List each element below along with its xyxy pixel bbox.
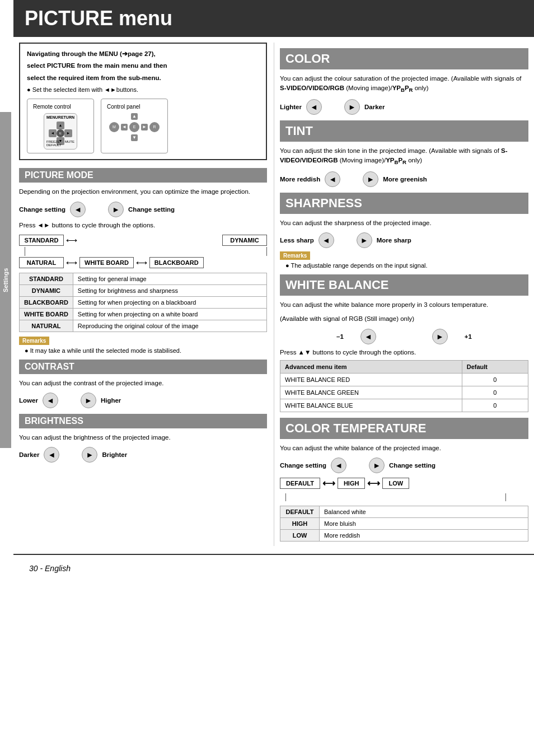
brightness-darker-btn[interactable]: ◄: [44, 447, 59, 463]
sharpness-more-btn[interactable]: ►: [357, 232, 372, 248]
table-row: STANDARD Setting for general image: [20, 273, 267, 284]
sharpness-less-btn[interactable]: ◄: [318, 232, 334, 248]
tint-arrow-row: More reddish ◄ ► More greenish: [280, 171, 528, 187]
color-temp-change-right: Change setting: [389, 462, 435, 469]
page-number: 30 - English: [20, 559, 79, 577]
wb-red-default: 0: [462, 373, 528, 386]
contrast-desc: You can adjust the contrast of the proje…: [19, 379, 267, 388]
color-temp-change-left: Change setting: [280, 462, 326, 469]
temp-row-default: DEFAULT Balanced white: [280, 506, 528, 517]
brightness-header: BRIGHTNESS: [19, 414, 267, 428]
temp-high-desc: More bluish: [320, 517, 528, 529]
color-temp-right-btn[interactable]: ►: [369, 458, 385, 473]
wb-blue-item: WHITE BALANCE BLUE: [280, 399, 462, 412]
brightness-brighter-btn[interactable]: ►: [82, 447, 97, 463]
nav-line3: select the required item from the sub-me…: [27, 73, 259, 83]
color-temp-table: DEFAULT Balanced white HIGH More bluish …: [280, 506, 528, 542]
temp-default-label: DEFAULT: [280, 506, 320, 517]
nav-line2: select PICTURE from the main menu and th…: [27, 61, 259, 71]
flow-arrow1: ⟷: [322, 478, 335, 488]
remote-label: Remote control: [33, 102, 88, 111]
brightness-arrow-row: Darker ◄ ► Brighter: [19, 447, 267, 463]
temp-low-label: LOW: [280, 529, 320, 541]
default-flow-box: DEFAULT: [280, 478, 320, 489]
color-lighter-btn[interactable]: ◄: [306, 99, 322, 115]
color-desc: You can adjust the colour saturation of …: [280, 74, 528, 95]
mode-standard-label: STANDARD: [20, 273, 73, 284]
picture-mode-remarks: Remarks It may take a while until the se…: [19, 337, 267, 354]
picture-mode-desc: Depending on the projection environment,…: [19, 187, 267, 197]
color-darker: Darker: [364, 104, 385, 110]
nav-line1: Navigating through the MENU (➔page 27),: [27, 49, 259, 59]
remote-control-box: Remote control MENU RETURN ▲ ◄: [27, 99, 94, 153]
mode-dynamic-label: DYNAMIC: [20, 284, 73, 296]
tint-reddish-btn[interactable]: ◄: [325, 171, 340, 187]
picture-mode-press-note: Press ◄► buttons to cycle through the op…: [19, 221, 267, 230]
remarks-label: Remarks: [19, 337, 49, 345]
table-row: WHITE BOARD Setting for when projecting …: [20, 308, 267, 320]
modes-diagram: STANDARD ⟷ DYNAMIC NATURAL ⟷ WHITE BOARD…: [19, 235, 267, 268]
wb-bb-arrow: ⟷: [134, 258, 149, 267]
control-panel-box: Control panel ▲ M ◄ E ► R ▼: [101, 99, 168, 153]
mode-natural-desc: Reproducing the original colour of the i…: [73, 320, 266, 332]
modes-row-bottom: NATURAL ⟷ WHITE BOARD ⟷ BLACKBOARD: [19, 257, 267, 268]
table-row: BLACKBOARD Setting for when projecting o…: [20, 296, 267, 308]
brightness-darker: Darker: [19, 451, 39, 458]
mode-whiteboard-desc: Setting for when projecting on a white b…: [73, 308, 266, 320]
plus1-label: +1: [465, 333, 472, 340]
sharpness-remarks: Remarks The adjustable range depends on …: [280, 251, 528, 269]
sharpness-remarks-label: Remarks: [280, 251, 310, 260]
color-darker-btn[interactable]: ►: [344, 99, 360, 115]
remote-image: MENU RETURN ▲ ◄ E ► ▼: [33, 113, 88, 150]
nav-instruction-box: Navigating through the MENU (➔page 27), …: [19, 43, 267, 160]
mode-whiteboard-label: WHITE BOARD: [20, 308, 73, 320]
white-balance-header: WHITE BALANCE: [280, 274, 528, 296]
color-temp-left-btn[interactable]: ◄: [331, 458, 346, 473]
wb-green-default: 0: [462, 386, 528, 399]
table-row: NATURAL Reproducing the original colour …: [20, 320, 267, 332]
white-balance-table: Advanced menu item Default WHITE BALANCE…: [280, 360, 528, 412]
wb-row-blue: WHITE BALANCE BLUE 0: [280, 399, 528, 412]
contrast-higher-btn[interactable]: ►: [81, 393, 96, 408]
white-balance-desc1: You can adjust the white balance more pr…: [280, 300, 528, 310]
color-header: COLOR: [280, 48, 528, 69]
white-balance-desc2: (Available with signal of RGB (Still ima…: [280, 314, 528, 324]
change-setting-left-btn[interactable]: ◄: [70, 202, 86, 217]
wb-red-item: WHITE BALANCE RED: [280, 373, 462, 386]
remote-panel: Remote control MENU RETURN ▲ ◄: [27, 99, 259, 153]
modes-row-top: STANDARD ⟷ DYNAMIC: [19, 235, 267, 246]
wb-plus-btn[interactable]: ►: [432, 329, 448, 344]
color-arrow-row: Lighter ◄ ► Darker: [280, 99, 528, 115]
brightness-desc: You can adjust the brightness of the pro…: [19, 433, 267, 442]
color-temp-flow: DEFAULT ⟷ HIGH ⟷ LOW: [280, 478, 528, 489]
contrast-header: CONTRAST: [19, 360, 267, 374]
dynamic-mode-box: DYNAMIC: [222, 235, 267, 246]
contrast-lower-btn[interactable]: ◄: [43, 393, 58, 408]
temp-low-desc: More reddish: [320, 529, 528, 541]
change-setting-left: Change setting: [19, 206, 65, 213]
minus1-label: –1: [336, 333, 344, 340]
whiteboard-mode-box: WHITE BOARD: [79, 257, 134, 268]
mode-natural-label: NATURAL: [20, 320, 73, 332]
brightness-brighter: Brighter: [102, 451, 127, 458]
tint-reddish: More reddish: [280, 176, 320, 183]
low-flow-box: LOW: [382, 478, 409, 489]
contrast-higher: Higher: [101, 397, 121, 404]
sharpness-remark1: The adjustable range depends on the inpu…: [285, 262, 528, 269]
wb-minus-btn[interactable]: ◄: [360, 329, 376, 344]
tint-greenish: More greenish: [383, 176, 427, 183]
picture-mode-header: PICTURE MODE: [19, 168, 267, 183]
mode-dynamic-desc: Setting for brightness and sharpness: [73, 284, 266, 296]
tint-greenish-btn[interactable]: ►: [363, 171, 378, 187]
contrast-arrow-row: Lower ◄ ► Higher: [19, 393, 267, 408]
tint-header: TINT: [280, 120, 528, 142]
wb-row-green: WHITE BALANCE GREEN 0: [280, 386, 528, 399]
standard-mode-box: STANDARD: [19, 235, 64, 246]
color-temp-arrow-row: Change setting ◄ ► Change setting: [280, 458, 528, 473]
color-temp-desc: You can adjust the white balance of the …: [280, 444, 528, 453]
natural-mode-box: NATURAL: [19, 257, 64, 268]
sharpness-less: Less sharp: [280, 237, 314, 244]
change-setting-right-btn[interactable]: ►: [108, 202, 124, 217]
table-row: DYNAMIC Setting for brightness and sharp…: [20, 284, 267, 296]
contrast-lower: Lower: [19, 397, 38, 404]
